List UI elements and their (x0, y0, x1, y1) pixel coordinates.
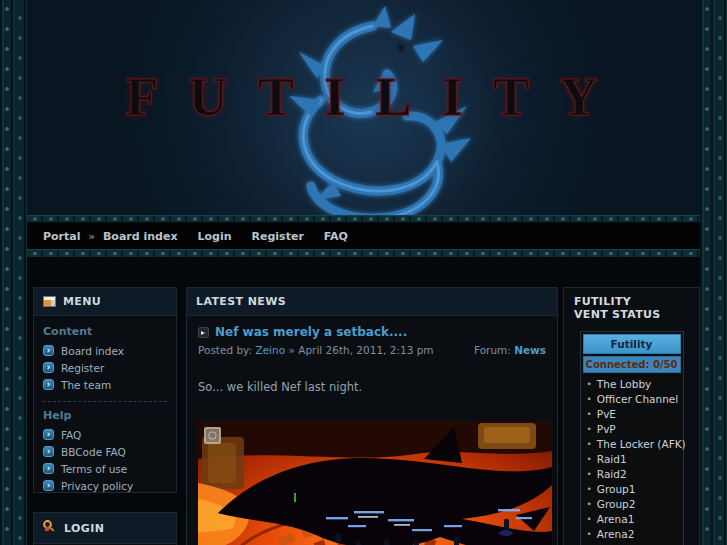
nav-faq[interactable]: FAQ (324, 230, 348, 243)
vent-status-title: FUTILITY VENT STATUS (564, 288, 699, 325)
sidebar-item-board-index[interactable]: › Board index (43, 342, 167, 359)
vent-channel-list: •The Lobby •Officer Channel •PvE •PvP •T… (583, 373, 681, 545)
vent-channel: •Group2 (585, 496, 679, 511)
wow-screenshot[interactable] (198, 421, 552, 545)
vent-channel: •Arena2 (585, 526, 679, 541)
vent-channel: •Raid2 (585, 466, 679, 481)
vent-channel: •Officer Channel (585, 391, 679, 406)
post-title-link[interactable]: Nef was merely a setback.... (215, 325, 407, 339)
post-date: April 26th, 2011, 2:13 pm (298, 344, 433, 356)
menu-box-title: MENU (63, 295, 101, 308)
decorative-right-border (700, 0, 727, 545)
nav-bar: Portal » Board index Login Register FAQ (27, 223, 700, 249)
sidebar-item-register[interactable]: › Register (43, 359, 167, 376)
vent-server-name: Futility (583, 334, 681, 354)
arrow-bullet-icon: › (43, 379, 54, 390)
channel-bullet: • (587, 379, 592, 389)
page: FUTILITY Portal » Board index Login Regi… (0, 0, 727, 545)
menu-box-header: MENU (34, 288, 176, 316)
meta-separator: » (288, 344, 294, 356)
menu-divider (43, 401, 167, 402)
nav-register[interactable]: Register (252, 230, 304, 243)
channel-bullet: • (587, 514, 592, 524)
decorative-strip-bottom (27, 249, 700, 258)
sidebar-link-bbcode-faq[interactable]: BBCode FAQ (61, 446, 126, 458)
vent-channel: •Raid1 (585, 451, 679, 466)
nav-board-index[interactable]: Board index (103, 230, 178, 243)
help-section-heading: Help (43, 409, 167, 422)
sidebar-item-privacy-policy[interactable]: › Privacy policy (43, 477, 167, 494)
post-body-text: So... we killed Nef last night. (198, 380, 546, 394)
vent-channel: •The Locker (AFK) (585, 436, 679, 451)
key-icon (43, 520, 57, 536)
login-box: LOGIN (33, 512, 177, 545)
vent-connected-count: Connected: 0/50 (583, 356, 681, 373)
nav-login[interactable]: Login (198, 230, 232, 243)
sidebar-item-terms-of-use[interactable]: › Terms of use (43, 460, 167, 477)
sidebar-item-the-team[interactable]: › The team (43, 376, 167, 393)
site-header: FUTILITY (27, 0, 700, 215)
channel-bullet: • (587, 409, 592, 419)
sidebar-link-terms-of-use[interactable]: Terms of use (61, 463, 127, 475)
sidebar-link-register[interactable]: Register (61, 362, 104, 374)
vent-channel: •Arena1 (585, 511, 679, 526)
channel-bullet: • (587, 469, 592, 479)
post-meta: Posted by: Zeino » April 26th, 2011, 2:1… (198, 344, 546, 356)
arrow-bullet-icon: › (43, 463, 54, 474)
decorative-left-border (0, 0, 27, 545)
channel-bullet: • (587, 529, 592, 539)
latest-news-header: LATEST NEWS (187, 288, 557, 316)
vent-channel: •The Lobby (585, 376, 679, 391)
sidebar-link-faq[interactable]: FAQ (61, 429, 81, 441)
arrow-bullet-icon: › (43, 345, 54, 356)
channel-bullet: • (587, 439, 592, 449)
author-link[interactable]: Zeino (255, 344, 285, 356)
login-box-header: LOGIN (34, 513, 176, 544)
arrow-bullet-icon: › (43, 429, 54, 440)
latest-news-title: LATEST NEWS (196, 295, 286, 308)
sidebar-item-bbcode-faq[interactable]: › BBCode FAQ (43, 443, 167, 460)
menu-box: MENU Content › Board index › Register › … (33, 287, 177, 493)
vent-channel: •PvE (585, 406, 679, 421)
login-box-title: LOGIN (64, 522, 104, 535)
channel-bullet: • (587, 484, 592, 494)
arrow-bullet-icon: › (43, 480, 54, 491)
vent-channel: •Group1 (585, 481, 679, 496)
forum-link[interactable]: News (514, 344, 546, 356)
site-title: FUTILITY (27, 66, 700, 128)
menu-icon (43, 296, 56, 307)
content-section-heading: Content (43, 325, 167, 338)
vent-channel: •PvP (585, 421, 679, 436)
sidebar-link-board-index[interactable]: Board index (61, 345, 124, 357)
channel-bullet: • (587, 499, 592, 509)
posted-by-label: Posted by: (198, 344, 252, 356)
sidebar-item-faq[interactable]: › FAQ (43, 426, 167, 443)
vent-channel: •BG1 (585, 541, 679, 545)
decorative-strip-top (27, 215, 700, 223)
channel-bullet: • (587, 394, 592, 404)
channel-bullet: • (587, 454, 592, 464)
channel-bullet: • (587, 424, 592, 434)
latest-news-box: LATEST NEWS Nef was merely a setback....… (186, 287, 558, 545)
content-area: MENU Content › Board index › Register › … (27, 258, 700, 545)
sidebar-link-the-team[interactable]: The team (61, 379, 111, 391)
sidebar-link-privacy-policy[interactable]: Privacy policy (61, 480, 133, 492)
forum-label: Forum: (474, 344, 511, 356)
nav-portal[interactable]: Portal (43, 230, 81, 243)
nav-separator: » (89, 231, 95, 242)
arrow-bullet-icon: › (43, 446, 54, 457)
vent-widget: Futility Connected: 0/50 •The Lobby •Off… (580, 331, 684, 545)
vent-status-box: FUTILITY VENT STATUS Futility Connected:… (563, 287, 700, 545)
arrow-bullet-icon: › (43, 362, 54, 373)
post-icon (198, 327, 209, 338)
